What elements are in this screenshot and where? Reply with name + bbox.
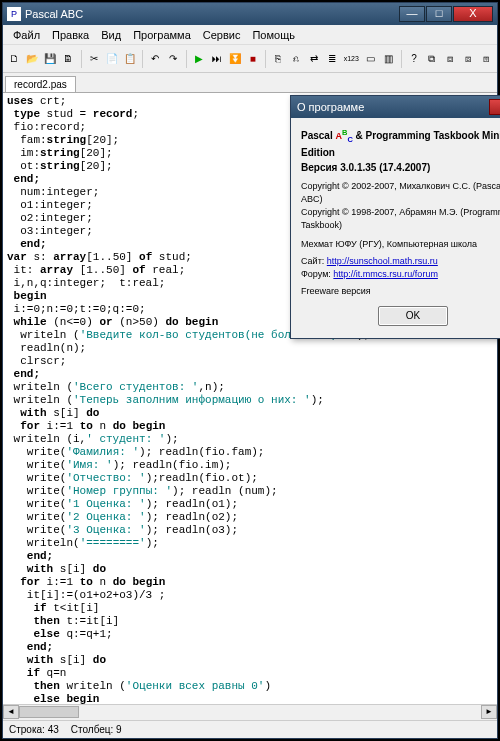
separator	[186, 50, 187, 68]
save-icon[interactable]: 💾	[43, 50, 58, 68]
menu-edit[interactable]: Правка	[46, 27, 95, 43]
new-icon[interactable]: 🗋	[7, 50, 22, 68]
app-icon: P	[7, 7, 21, 21]
stop-icon[interactable]: ■	[245, 50, 260, 68]
abc-logo-icon: ABC	[335, 126, 352, 146]
product-line: Pascal ABC & Programming Taskbook Mini E…	[301, 126, 500, 159]
horizontal-scrollbar[interactable]: ◄ ►	[3, 704, 497, 720]
tab-file[interactable]: record2.pas	[5, 76, 76, 92]
help3-icon[interactable]: ⧈	[442, 50, 457, 68]
freeware-text: Freeware версия	[301, 285, 500, 298]
menu-view[interactable]: Вид	[95, 27, 127, 43]
tabbar: record2.pas	[3, 73, 497, 93]
menu-service[interactable]: Сервис	[197, 27, 247, 43]
dialog-title: О программе	[297, 101, 489, 113]
window-title: Pascal ABC	[25, 8, 399, 20]
maximize-button[interactable]: □	[426, 6, 452, 22]
undo-icon[interactable]: ↶	[148, 50, 163, 68]
help1-icon[interactable]: ?	[406, 50, 421, 68]
open-icon[interactable]: 📂	[25, 50, 40, 68]
step-icon[interactable]: ⏭	[210, 50, 225, 68]
separator	[142, 50, 143, 68]
titlebar: P Pascal ABC — □ X	[3, 3, 497, 25]
menu-file[interactable]: Файл	[7, 27, 46, 43]
forum-row: Форум: http://it.mmcs.rsu.ru/forum	[301, 268, 500, 281]
redo-icon[interactable]: ↷	[166, 50, 181, 68]
status-column: Столбец: 9	[71, 724, 122, 735]
tool3-icon[interactable]: ⇄	[307, 50, 322, 68]
scroll-left-icon[interactable]: ◄	[3, 705, 19, 719]
separator	[401, 50, 402, 68]
tool6-icon[interactable]: ▭	[363, 50, 378, 68]
forum-link[interactable]: http://it.mmcs.rsu.ru/forum	[333, 269, 438, 279]
scroll-thumb[interactable]	[19, 706, 79, 718]
menu-help[interactable]: Помощь	[246, 27, 301, 43]
saveall-icon[interactable]: 🗎	[61, 50, 76, 68]
org-text: Мехмат ЮФУ (РГУ), Компьютерная школа	[301, 238, 500, 251]
scroll-track[interactable]	[19, 705, 481, 720]
copy-icon[interactable]: 📄	[104, 50, 119, 68]
run-icon[interactable]: ▶	[192, 50, 207, 68]
help5-icon[interactable]: ⧆	[478, 50, 493, 68]
status-line: Строка: 43	[9, 724, 59, 735]
ok-button[interactable]: OK	[378, 306, 448, 326]
about-dialog: О программе X Pascal ABC & Programming T…	[290, 95, 500, 339]
tool5-icon[interactable]: x123	[343, 50, 360, 68]
separator	[81, 50, 82, 68]
menubar: Файл Правка Вид Программа Сервис Помощь	[3, 25, 497, 45]
menu-program[interactable]: Программа	[127, 27, 197, 43]
cut-icon[interactable]: ✂	[86, 50, 101, 68]
close-button[interactable]: X	[453, 6, 493, 22]
version-text: Версия 3.0.1.35 (17.4.2007)	[301, 161, 500, 174]
help2-icon[interactable]: ⧉	[424, 50, 439, 68]
site-row: Сайт: http://sunschool.math.rsu.ru	[301, 255, 500, 268]
separator	[265, 50, 266, 68]
dialog-body: Pascal ABC & Programming Taskbook Mini E…	[291, 118, 500, 338]
scroll-right-icon[interactable]: ►	[481, 705, 497, 719]
tool4-icon[interactable]: ≣	[325, 50, 340, 68]
help4-icon[interactable]: ⧇	[460, 50, 475, 68]
minimize-button[interactable]: —	[399, 6, 425, 22]
site-link[interactable]: http://sunschool.math.rsu.ru	[327, 256, 438, 266]
tool1-icon[interactable]: ⎘	[271, 50, 286, 68]
toolbar: 🗋 📂 💾 🗎 ✂ 📄 📋 ↶ ↷ ▶ ⏭ ⏬ ■ ⎘ ⎌ ⇄ ≣ x123 ▭…	[3, 45, 497, 73]
paste-icon[interactable]: 📋	[122, 50, 137, 68]
copyright2: Copyright © 1998-2007, Абрамян М.Э. (Pro…	[301, 206, 500, 232]
copyright1: Copyright © 2002-2007, Михалкович С.С. (…	[301, 180, 500, 206]
tool7-icon[interactable]: ▥	[381, 50, 396, 68]
stepinto-icon[interactable]: ⏬	[227, 50, 242, 68]
tool2-icon[interactable]: ⎌	[289, 50, 304, 68]
dialog-titlebar: О программе X	[291, 96, 500, 118]
statusbar: Строка: 43 Столбец: 9	[3, 720, 497, 738]
dialog-close-button[interactable]: X	[489, 99, 500, 115]
